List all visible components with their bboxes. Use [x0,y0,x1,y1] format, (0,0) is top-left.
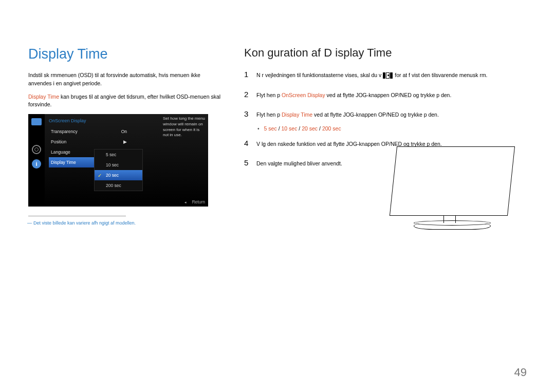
osd-header: OnScreen Display [49,118,86,123]
step-2-text-b: ved at flytte JOG-knappen OP/NED og tryk… [325,92,452,98]
intro-paragraph-1: Indstil sk rmmenuen (OSD) til at forsvin… [28,71,224,88]
step-number: 5 [244,157,250,169]
divider [28,216,126,216]
osd-row-label: Language [51,150,70,155]
step-number: 1 [244,69,250,81]
step-1-text-a: N r vejledningen til funktionstasterne v… [256,72,381,78]
display-time-emphasis: Display Time [28,94,59,100]
page-title: Display Time [28,46,224,62]
step-text: Flyt hen p OnScreen Display ved at flytt… [256,91,451,100]
step-1: 1 N r vejledningen til funktionstasterne… [244,69,527,81]
osd-submenu: 5 sec 10 sec ✓20 sec 200 sec [94,149,143,191]
step-3-emphasis: Display Time [282,111,312,118]
submenu-label: 20 sec [106,173,119,178]
settings-tab-icon [32,145,41,154]
step-1-text-b: for at f vist den tilsvarende menusk rm. [395,72,487,78]
page-number: 49 [514,366,527,379]
osd-row-label: Display Time [51,160,76,165]
step-3: 3 Flyt hen p Display Time ved at flytte … [244,108,527,120]
intro-paragraph-2: Display Time kan bruges til at angive de… [28,93,224,109]
options-bullet: • 5 sec / 10 sec / 20 sec / 200 sec [257,125,527,132]
model-note: Det viste billede kan variere afh ngigt … [33,220,224,226]
submenu-10sec: 10 sec [95,160,142,170]
info-tab-icon: i [32,159,41,169]
option-200sec: 200 sec [322,125,341,132]
screen-tab-icon [32,130,41,140]
submenu-label: 5 sec [106,152,116,157]
submenu-200sec: 200 sec [95,180,142,191]
option-10sec: 10 sec [281,125,297,132]
osd-description: Set how long the menu window will remain… [163,116,206,138]
option-5sec: 5 sec [264,125,277,132]
osd-row-value: ▶ [123,139,127,144]
step-text: Flyt hen p Display Time ved at flytte JO… [256,111,439,119]
step-2: 2 Flyt hen p OnScreen Display ved at fly… [244,89,527,101]
osd-row-label: Transparency [51,129,78,134]
osd-return: ◂Return [184,199,205,204]
return-label: Return [192,199,205,204]
step-number: 4 [244,138,250,150]
submenu-label: 10 sec [106,162,119,167]
submenu-5sec: 5 sec [95,150,142,160]
option-20sec: 20 sec [302,125,318,132]
check-icon: ✓ [98,173,102,178]
osd-row-transparency: Transparency On [49,126,131,137]
jog-menu-icon [383,72,393,79]
section-title: Kon guration af D isplay Time [244,46,527,60]
submenu-label: 200 sec [106,183,121,188]
step-text: N r vejledningen til funktionstasterne v… [256,71,488,80]
back-arrow-icon: ◂ [184,200,187,204]
step-number: 3 [244,108,250,120]
submenu-20sec: ✓20 sec [95,170,142,180]
step-number: 2 [244,89,250,101]
step-3-text-b: ved at flytte JOG-knappen OP/NED og tryk… [312,111,439,118]
osd-row-label: Position [51,139,66,144]
picture-tab-icon [31,118,42,125]
step-2-emphasis: OnScreen Display [282,92,325,98]
osd-screenshot: i OnScreen Display Transparency On Posit… [28,114,208,207]
osd-row-value: On [121,129,127,134]
osd-row-position: Position ▶ [49,137,131,147]
osd-sidebar: i [28,114,45,207]
monitor-illustration [383,146,516,234]
step-2-text-a: Flyt hen p [256,92,282,98]
step-text: Den valgte mulighed bliver anvendt. [256,160,342,168]
step-3-text-a: Flyt hen p [256,111,282,118]
